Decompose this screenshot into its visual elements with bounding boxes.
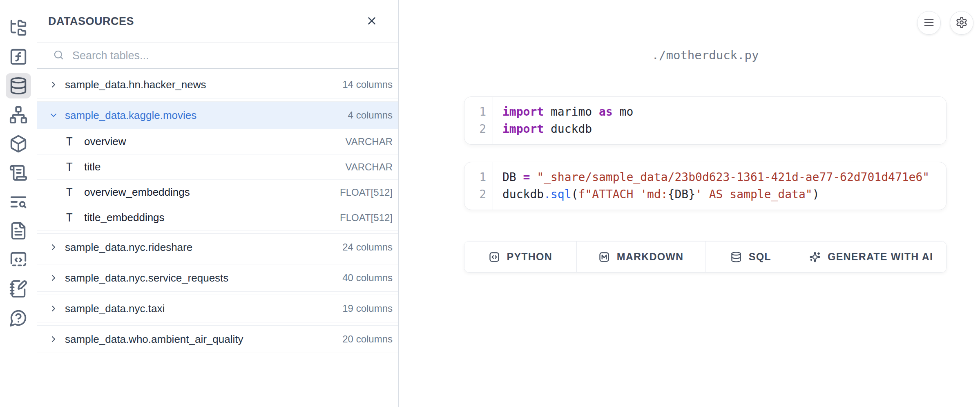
column-row[interactable]: Ttitle_embeddingsFLOAT[512] bbox=[37, 205, 398, 230]
code-token bbox=[530, 170, 537, 184]
code-token: duckdb bbox=[502, 188, 544, 201]
table-row[interactable]: sample_data.nyc.rideshare24 columns bbox=[37, 234, 398, 261]
add-cell-generate-with-ai-button[interactable]: GENERATE WITH AI bbox=[796, 242, 946, 272]
code-editor[interactable]: import marimo as moimport duckdb bbox=[493, 97, 946, 144]
close-icon bbox=[366, 15, 378, 28]
activity-bar bbox=[0, 0, 37, 407]
activity-item-file-tree-icon[interactable] bbox=[6, 15, 31, 40]
datasources-panel: DATASOURCES sample_data.hn.hacker_news14… bbox=[37, 0, 399, 407]
table-card: sample_data.hn.hacker_news14 columns bbox=[37, 71, 398, 98]
table-card: sample_data.nyc.taxi19 columns bbox=[37, 295, 398, 322]
table-row[interactable]: sample_data.nyc.service_requests40 colum… bbox=[37, 264, 398, 291]
code-token: duckdb bbox=[544, 122, 592, 136]
line-number: 1 bbox=[464, 169, 493, 186]
code-token: {DB} bbox=[668, 188, 695, 201]
line-number-gutter: 12 bbox=[464, 162, 493, 210]
settings-button[interactable] bbox=[950, 11, 973, 35]
help-bubble-icon bbox=[9, 309, 28, 327]
code-line: import duckdb bbox=[502, 121, 946, 138]
table-column-count: 14 columns bbox=[342, 79, 393, 90]
search-input[interactable] bbox=[72, 49, 390, 62]
chevron-right-icon bbox=[49, 334, 59, 344]
network-icon bbox=[9, 105, 28, 124]
chevron-right-icon bbox=[49, 304, 59, 313]
list-search-icon bbox=[9, 192, 28, 211]
search-bar bbox=[37, 43, 398, 69]
activity-item-file-text-icon[interactable] bbox=[6, 218, 31, 244]
column-row[interactable]: TtitleVARCHAR bbox=[37, 154, 398, 179]
code-editor[interactable]: DB = "_share/sample_data/23b0d623-1361-4… bbox=[493, 162, 946, 210]
menu-icon bbox=[923, 16, 935, 30]
activity-item-list-search-icon[interactable] bbox=[6, 189, 31, 215]
code-cell[interactable]: 12import marimo as moimport duckdb bbox=[464, 96, 947, 145]
file-text-icon bbox=[9, 221, 28, 240]
close-panel-button[interactable] bbox=[363, 12, 380, 31]
column-row[interactable]: ToverviewVARCHAR bbox=[37, 129, 398, 154]
table-card: sample_data.nyc.rideshare24 columns bbox=[37, 233, 398, 261]
activity-item-snippets-code-icon[interactable] bbox=[6, 247, 31, 273]
code-cell[interactable]: 12DB = "_share/sample_data/23b0d623-1361… bbox=[464, 162, 947, 210]
code-token: f"ATTACH 'md: bbox=[578, 188, 667, 201]
table-column-count: 24 columns bbox=[342, 242, 393, 253]
table-row[interactable]: sample_data.nyc.taxi19 columns bbox=[37, 295, 398, 322]
add-cell-button-label: SQL bbox=[749, 251, 771, 263]
column-name: title bbox=[84, 161, 345, 173]
table-column-count: 20 columns bbox=[342, 333, 393, 345]
code-token: ( bbox=[571, 188, 578, 201]
activity-item-scroll-text-icon[interactable] bbox=[6, 160, 31, 186]
code-token: ' AS sample_data" bbox=[695, 188, 813, 201]
code-line: duckdb.sql(f"ATTACH 'md:{DB}' AS sample_… bbox=[502, 186, 946, 203]
markdown-icon bbox=[598, 251, 610, 263]
tables-list: sample_data.hn.hacker_news14 columnssamp… bbox=[37, 69, 398, 356]
menu-button[interactable] bbox=[917, 11, 941, 35]
activity-item-database-icon[interactable] bbox=[6, 73, 31, 98]
activity-item-package-box-icon[interactable] bbox=[6, 131, 31, 157]
activity-item-help-bubble-icon[interactable] bbox=[6, 305, 31, 331]
table-name: sample_data.who.ambient_air_quality bbox=[65, 333, 342, 346]
table-row[interactable]: sample_data.hn.hacker_news14 columns bbox=[37, 71, 398, 98]
text-type-icon: T bbox=[66, 186, 78, 199]
chevron-right-icon bbox=[49, 80, 59, 89]
activity-item-notebook-pen-icon[interactable] bbox=[6, 276, 31, 302]
snippets-code-icon bbox=[9, 250, 28, 269]
code-token: DB bbox=[502, 170, 523, 184]
add-cell-python-button[interactable]: PYTHON bbox=[464, 242, 576, 272]
line-number: 2 bbox=[464, 121, 493, 138]
column-name: overview_embeddings bbox=[84, 186, 340, 199]
table-row[interactable]: sample_data.who.ambient_air_quality20 co… bbox=[37, 326, 398, 353]
code-token: ) bbox=[813, 188, 819, 201]
chevron-down-icon bbox=[49, 110, 59, 120]
code-token: import bbox=[502, 122, 544, 136]
add-cell-markdown-button[interactable]: MARKDOWN bbox=[576, 242, 705, 272]
function-square-icon bbox=[9, 47, 28, 66]
search-icon bbox=[53, 49, 65, 63]
table-card: sample_data.who.ambient_air_quality20 co… bbox=[37, 325, 398, 353]
table-name: sample_data.hn.hacker_news bbox=[65, 78, 342, 91]
table-name: sample_data.nyc.service_requests bbox=[65, 272, 342, 284]
column-type: VARCHAR bbox=[345, 161, 393, 173]
table-name: sample_data.kaggle.movies bbox=[65, 109, 348, 122]
activity-item-network-icon[interactable] bbox=[6, 102, 31, 127]
notebook-pen-icon bbox=[9, 280, 28, 298]
add-cell-button-label: GENERATE WITH AI bbox=[828, 251, 933, 263]
add-cell-sql-button[interactable]: SQL bbox=[705, 242, 796, 272]
column-type: FLOAT[512] bbox=[340, 187, 393, 198]
table-column-count: 4 columns bbox=[348, 110, 393, 121]
text-type-icon: T bbox=[66, 136, 78, 148]
line-number: 1 bbox=[464, 103, 493, 121]
code-token: import bbox=[502, 105, 544, 119]
line-number-gutter: 12 bbox=[464, 97, 493, 144]
notebook-main: ./motherduck.py 12import marimo as moimp… bbox=[399, 0, 980, 407]
code-token: .sql bbox=[544, 188, 571, 201]
activity-item-function-square-icon[interactable] bbox=[6, 44, 31, 69]
code-token: mo bbox=[613, 105, 634, 119]
text-type-icon: T bbox=[66, 212, 78, 224]
cells-container: 12import marimo as moimport duckdb12DB =… bbox=[464, 96, 947, 210]
add-cell-button-label: PYTHON bbox=[507, 251, 552, 263]
table-row[interactable]: sample_data.kaggle.movies4 columns bbox=[37, 102, 398, 129]
code-line: import marimo as mo bbox=[502, 103, 946, 121]
package-box-icon bbox=[9, 134, 28, 153]
chevron-right-icon bbox=[49, 273, 59, 283]
line-number: 2 bbox=[464, 186, 493, 203]
column-row[interactable]: Toverview_embeddingsFLOAT[512] bbox=[37, 179, 398, 205]
